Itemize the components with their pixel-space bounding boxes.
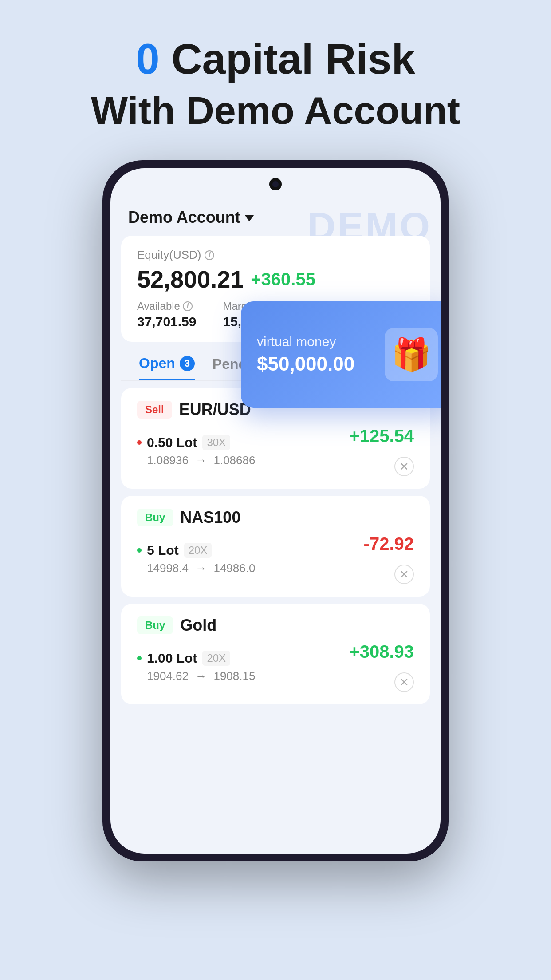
trade-left-eurusd: 0.50 Lot 30X 1.08936 → 1.08686 xyxy=(137,435,255,467)
eurusd-symbol: EUR/USD xyxy=(179,400,251,419)
tab-open[interactable]: Open 3 xyxy=(139,355,195,380)
close-eurusd-button[interactable]: ✕ xyxy=(394,457,414,476)
sell-badge: Sell xyxy=(137,401,172,419)
camera-notch xyxy=(269,178,282,190)
trade-header-nas100: Buy NAS100 xyxy=(137,508,414,527)
arrow-icon-nas100: → xyxy=(195,561,207,575)
available-label: Available i xyxy=(137,300,196,312)
gift-icon: 🎁 xyxy=(385,328,438,381)
trade-details-eurusd: 0.50 Lot 30X 1.08936 → 1.08686 xyxy=(137,426,414,476)
account-selector[interactable]: Demo Account xyxy=(128,208,254,227)
virtual-label: virtual money xyxy=(257,334,385,349)
account-label: Demo Account xyxy=(128,208,240,227)
equity-amount: 52,800.21 xyxy=(137,265,244,293)
arrow-icon-gold: → xyxy=(195,669,207,683)
zero-highlight: 0 xyxy=(136,35,159,83)
phone-screen: DEMO Demo Account Equity(USD) i 52,80 xyxy=(110,168,441,854)
multiplier-gold: 20X xyxy=(202,651,230,666)
trade-card-nas100: Buy NAS100 5 Lot 20X xyxy=(121,496,430,597)
trade-details-gold: 1.00 Lot 20X 1904.62 → 1908.15 xyxy=(137,642,414,692)
multiplier-nas100: 20X xyxy=(184,543,212,558)
phone-wrapper: DEMO Demo Account Equity(USD) i 52,80 xyxy=(0,160,551,861)
trade-right-gold: +308.93 ✕ xyxy=(349,642,414,692)
available-info-icon[interactable]: i xyxy=(183,301,193,311)
pnl-nas100: -72.92 xyxy=(364,534,414,554)
equity-info-icon[interactable]: i xyxy=(205,250,214,260)
virtual-card: virtual money $50,000.00 🎁 xyxy=(241,301,441,408)
trade-left-nas100: 5 Lot 20X 14998.4 → 14986.0 xyxy=(137,543,255,575)
arrow-icon: → xyxy=(195,454,207,467)
buy-badge-nas100: Buy xyxy=(137,509,173,526)
trades-list: Sell EUR/USD 0.50 Lot 30X xyxy=(110,381,441,711)
trade-dot-gold xyxy=(137,656,142,660)
equity-value-row: 52,800.21 +360.55 xyxy=(137,265,414,293)
phone-frame: DEMO Demo Account Equity(USD) i 52,80 xyxy=(102,160,449,861)
chevron-down-icon xyxy=(245,215,254,221)
trade-dot-green xyxy=(137,548,142,553)
app-header: Demo Account xyxy=(110,199,441,231)
trade-left-gold: 1.00 Lot 20X 1904.62 → 1908.15 xyxy=(137,651,255,683)
trade-lot-eurusd: 0.50 Lot 30X xyxy=(137,435,255,450)
hero-title: 0 Capital Risk xyxy=(0,36,551,83)
gold-symbol: Gold xyxy=(180,616,216,635)
title-suffix: Capital Risk xyxy=(160,35,415,83)
close-nas100-button[interactable]: ✕ xyxy=(394,565,414,584)
open-tab-badge: 3 xyxy=(180,356,195,371)
trade-details-nas100: 5 Lot 20X 14998.4 → 14986.0 -72 xyxy=(137,534,414,584)
available-value: 37,701.59 xyxy=(137,314,196,329)
equity-change: +360.55 xyxy=(251,269,315,289)
lot-eurusd: 0.50 Lot xyxy=(147,435,197,450)
lot-gold: 1.00 Lot xyxy=(147,651,197,666)
trade-dot xyxy=(137,440,142,445)
available-item: Available i 37,701.59 xyxy=(137,300,196,329)
virtual-amount: $50,000.00 xyxy=(257,353,385,375)
trade-card-gold: Buy Gold 1.00 Lot 20X xyxy=(121,604,430,704)
equity-label: Equity(USD) i xyxy=(137,248,414,262)
price-row-nas100: 14998.4 → 14986.0 xyxy=(137,561,255,575)
trade-right-nas100: -72.92 ✕ xyxy=(364,534,414,584)
app-content: DEMO Demo Account Equity(USD) i 52,80 xyxy=(110,168,441,854)
pnl-eurusd: +125.54 xyxy=(349,426,414,446)
buy-badge-gold: Buy xyxy=(137,616,173,634)
lot-nas100: 5 Lot xyxy=(147,543,179,558)
trade-lot-gold: 1.00 Lot 20X xyxy=(137,651,255,666)
price-row-eurusd: 1.08936 → 1.08686 xyxy=(137,454,255,467)
hero-section: 0 Capital Risk With Demo Account xyxy=(0,0,551,151)
pnl-gold: +308.93 xyxy=(349,642,414,662)
price-row-gold: 1904.62 → 1908.15 xyxy=(137,669,255,683)
nas100-symbol: NAS100 xyxy=(180,508,240,527)
virtual-card-text: virtual money $50,000.00 xyxy=(257,334,385,375)
trade-lot-nas100: 5 Lot 20X xyxy=(137,543,255,558)
multiplier-eurusd: 30X xyxy=(202,435,230,450)
hero-subtitle: With Demo Account xyxy=(0,87,551,134)
trade-header-gold: Buy Gold xyxy=(137,616,414,635)
close-gold-button[interactable]: ✕ xyxy=(394,672,414,692)
camera-inner xyxy=(272,181,279,187)
trade-right-eurusd: +125.54 ✕ xyxy=(349,426,414,476)
